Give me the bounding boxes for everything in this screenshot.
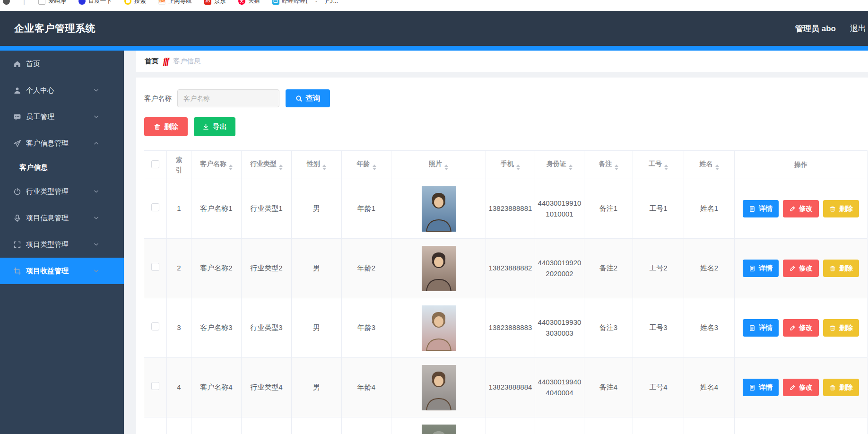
row-删除-button[interactable]: 删除 [823, 200, 859, 217]
select-all-checkbox[interactable] [151, 160, 159, 168]
row-修改-button[interactable]: 修改 [783, 260, 819, 277]
trash-icon [154, 123, 161, 130]
sidebar-item-项目信息管理[interactable]: 项目信息管理 [0, 205, 124, 231]
chevron-down-icon [93, 215, 99, 221]
cell-job-no [633, 417, 684, 434]
sort-icon [373, 165, 376, 170]
cell-gender: 男 [292, 239, 342, 298]
cell-actions: 详情修改删除 [735, 358, 868, 417]
cell-photo [391, 417, 486, 434]
query-button[interactable]: 查询 [286, 89, 330, 107]
bookmark-item[interactable]: 2345上网导航 [158, 0, 192, 5]
app-title: 企业客户管理系统 [14, 22, 95, 35]
export-button[interactable]: 导出 [194, 117, 235, 136]
column-header-手机[interactable]: 手机 [486, 151, 535, 179]
bookmark-item[interactable]: 百度一下 [78, 0, 112, 5]
bookmark-label: 哔哩哔哩( ゜- ゜)つ... [282, 0, 338, 5]
column-header-备注[interactable]: 备注 [584, 151, 633, 179]
row-修改-button[interactable]: 修改 [783, 379, 819, 396]
row-checkbox[interactable] [151, 382, 159, 390]
bookmark-item[interactable]: 爱纯净 [38, 0, 66, 5]
row-详情-button[interactable]: 详情 [743, 260, 779, 277]
column-header-年龄[interactable]: 年龄 [342, 151, 391, 179]
column-header-行业类型[interactable]: 行业类型 [242, 151, 292, 179]
bookmark-item[interactable]: 搜索 [124, 0, 146, 5]
logout-button[interactable]: 退出 [850, 23, 866, 34]
row-修改-button[interactable]: 修改 [783, 200, 819, 217]
row-详情-button[interactable]: 详情 [743, 379, 779, 396]
sort-icon [516, 165, 520, 170]
row-checkbox[interactable] [151, 263, 159, 271]
trash-icon [829, 206, 836, 212]
tmall-icon: 天 [238, 0, 245, 5]
breadcrumb: 首页 fff 客户信息 [136, 51, 868, 72]
sidebar-item-个人中心[interactable]: 个人中心 [0, 77, 124, 104]
sidebar-item-label: 个人中心 [26, 86, 54, 95]
sort-icon [569, 165, 573, 170]
bookmark-item[interactable]: 天天猫 [238, 0, 260, 5]
row-checkbox[interactable] [151, 322, 159, 330]
cell-photo [391, 358, 486, 417]
cell-gender: 男 [292, 179, 342, 239]
sidebar-item-首页[interactable]: 首页 [0, 51, 124, 77]
cell-industry-type: 行业类型2 [242, 239, 292, 298]
sort-icon [229, 165, 233, 170]
header-accent-strip [0, 46, 868, 51]
cell-gender: 男 [292, 358, 342, 417]
bookmark-label: 京东 [214, 0, 226, 5]
row-删除-button[interactable]: 删除 [823, 319, 859, 337]
bookmark-item[interactable]: 哔哩哔哩( ゜- ゜)つ... [272, 0, 338, 5]
sidebar-item-label: 员工管理 [26, 113, 54, 122]
cell-note: 备注1 [584, 179, 633, 239]
cell-age: 年龄3 [342, 298, 391, 358]
breadcrumb-current: 客户信息 [173, 57, 200, 66]
column-header-照片[interactable]: 照片 [391, 151, 486, 179]
column-header-身份证[interactable]: 身份证 [535, 151, 584, 179]
breadcrumb-home-link[interactable]: 首页 [145, 57, 158, 66]
row-修改-button[interactable]: 修改 [783, 319, 819, 337]
pen-icon [789, 206, 796, 212]
sidebar-item-项目收益管理[interactable]: 项目收益管理 [0, 258, 124, 284]
sidebar-item-客户信息[interactable]: 客户信息 [0, 156, 124, 178]
sidebar-item-项目类型管理[interactable]: 项目类型管理 [0, 231, 124, 258]
cell-industry-type [242, 417, 292, 434]
sidebar-item-label: 项目收益管理 [26, 267, 69, 276]
trash-icon [829, 325, 836, 331]
sort-icon [322, 165, 326, 170]
bookmark-item[interactable]: JD京东 [204, 0, 226, 5]
sidebar-item-label: 客户信息管理 [26, 139, 69, 148]
paper-plane-icon [13, 139, 21, 148]
column-header-客户名称[interactable]: 客户名称 [191, 151, 242, 179]
table-row: 3客户名称3行业类型3男年龄3 138238888834403001993030… [144, 298, 868, 358]
sidebar-item-客户信息管理[interactable]: 客户信息管理 [0, 130, 124, 156]
pen-icon [789, 265, 796, 272]
trash-icon [829, 384, 836, 391]
column-header-性别[interactable]: 性别 [292, 151, 342, 179]
cell-id-card: 440300199303030003 [535, 298, 584, 358]
table-row: 详情修改删除 [144, 417, 868, 434]
current-user[interactable]: 管理员 abo [795, 23, 836, 34]
bookmark-label: 搜索 [134, 0, 146, 5]
row-删除-button[interactable]: 删除 [823, 260, 859, 277]
mic-icon [13, 214, 21, 222]
jd-icon: JD [204, 0, 211, 5]
row-详情-button[interactable]: 详情 [743, 200, 779, 217]
column-header-工号[interactable]: 工号 [633, 151, 684, 179]
customer-photo [422, 186, 456, 232]
delete-button[interactable]: 删除 [144, 117, 188, 136]
sidebar-item-行业类型管理[interactable]: 行业类型管理 [0, 178, 124, 205]
divider: | [23, 0, 25, 5]
customer-name-input[interactable] [177, 89, 279, 107]
row-详情-button[interactable]: 详情 [743, 319, 779, 337]
cell-gender [292, 417, 342, 434]
browser-icon[interactable] [3, 0, 10, 5]
row-删除-button[interactable]: 删除 [823, 379, 859, 396]
sidebar-item-员工管理[interactable]: 员工管理 [0, 104, 124, 130]
home-icon [13, 60, 21, 68]
column-header-姓名[interactable]: 姓名 [684, 151, 735, 179]
customer-photo [422, 365, 456, 410]
select-all-header [144, 151, 167, 179]
row-checkbox[interactable] [151, 203, 159, 211]
cell-age: 年龄2 [342, 239, 391, 298]
cell-job-no: 工号1 [633, 179, 684, 239]
